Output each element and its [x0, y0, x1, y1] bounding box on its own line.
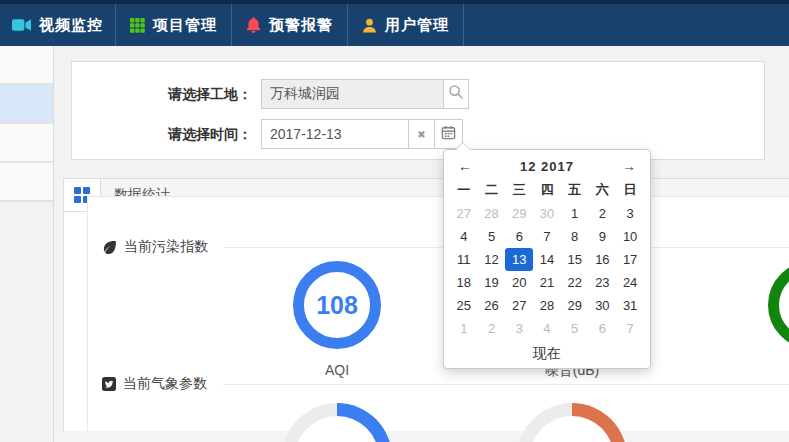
- datepicker-popup: ← 12 2017 → 一二三四五六日 27282930123456789101…: [443, 149, 651, 369]
- calendar-day[interactable]: 5: [561, 317, 589, 340]
- site-label: 请选择工地：: [72, 79, 252, 109]
- twitter-square-icon: [102, 377, 116, 391]
- weather-title: 当前气象参数: [123, 375, 207, 393]
- calendar-day[interactable]: 26: [478, 294, 506, 317]
- search-icon: [448, 84, 464, 104]
- calendar-day[interactable]: 6: [505, 225, 533, 248]
- sidebar-item-2[interactable]: [0, 85, 53, 124]
- calendar-day[interactable]: 7: [616, 317, 644, 340]
- calendar-day[interactable]: 28: [478, 202, 506, 225]
- calendar-day-selected[interactable]: 13: [505, 248, 533, 271]
- calendar-weekday: 五: [561, 178, 589, 202]
- calendar-weekday: 一: [450, 178, 478, 202]
- calendar-day[interactable]: 21: [533, 271, 561, 294]
- nav-item-video-monitoring[interactable]: 视频监控: [0, 4, 116, 46]
- nav-item-label: 预警报警: [269, 16, 333, 35]
- filter-panel: 请选择工地： 请选择时间： ✖: [71, 61, 765, 160]
- calendar-weekday: 六: [589, 178, 617, 202]
- leaf-icon: [102, 240, 117, 255]
- calendar-day[interactable]: 28: [533, 294, 561, 317]
- calendar-day[interactable]: 5: [478, 225, 506, 248]
- calendar-day[interactable]: 18: [450, 271, 478, 294]
- calendar-day[interactable]: 19: [478, 271, 506, 294]
- weather-gauge-1: [257, 403, 417, 442]
- calendar-day[interactable]: 10: [616, 225, 644, 248]
- calendar-day[interactable]: 27: [450, 202, 478, 225]
- calendar-day[interactable]: 23: [589, 271, 617, 294]
- nav-item-user-management[interactable]: 用户管理: [348, 4, 464, 46]
- calendar-day[interactable]: 24: [616, 271, 644, 294]
- grid-icon: [130, 18, 145, 33]
- gauge-aqi: 108AQI: [267, 261, 407, 378]
- calendar-day[interactable]: 16: [589, 248, 617, 271]
- calendar-day[interactable]: 27: [505, 294, 533, 317]
- next-section-edge: [54, 431, 789, 442]
- calendar-day[interactable]: 1: [561, 202, 589, 225]
- nav-item-label: 用户管理: [385, 16, 449, 35]
- datepicker-today-button[interactable]: 现在: [450, 340, 644, 366]
- sidebar-item-1[interactable]: [0, 46, 53, 85]
- calendar-day[interactable]: 2: [478, 317, 506, 340]
- gauges-box: 当前污染指数 108AQI噪音(dB)PM2.5 当前气象参数: [87, 196, 789, 442]
- calendar-day[interactable]: 3: [505, 317, 533, 340]
- calendar-day[interactable]: 11: [450, 248, 478, 271]
- app: 视频监控项目管理预警报警用户管理 请选择工地： 请选择时间： ✖: [0, 0, 789, 442]
- gauge-ring: 108: [293, 261, 381, 349]
- gauge-value: 108: [316, 291, 358, 320]
- pollution-title: 当前污染指数: [124, 238, 208, 256]
- nav-item-warning-alarm[interactable]: 预警报警: [232, 4, 348, 46]
- calendar-day[interactable]: 22: [561, 271, 589, 294]
- calendar-day[interactable]: 30: [533, 202, 561, 225]
- nav-item-project-management[interactable]: 项目管理: [116, 4, 232, 46]
- sidebar-item-4[interactable]: [0, 163, 53, 202]
- nav-item-label: 视频监控: [39, 16, 103, 35]
- calendar-day[interactable]: 31: [616, 294, 644, 317]
- calendar-day[interactable]: 17: [616, 248, 644, 271]
- calendar-day[interactable]: 25: [450, 294, 478, 317]
- sidebar-item-3[interactable]: [0, 124, 53, 163]
- calendar-day[interactable]: 15: [561, 248, 589, 271]
- bell-icon: [246, 17, 261, 33]
- calendar-day[interactable]: 29: [561, 294, 589, 317]
- calendar-day[interactable]: 20: [505, 271, 533, 294]
- calendar-day[interactable]: 12: [478, 248, 506, 271]
- calendar-icon: [441, 125, 456, 144]
- stats-section: 数据统计 当前污染指数 108AQI噪音(dB)PM2.5 当前气象参数: [63, 178, 789, 442]
- calendar-day[interactable]: 9: [589, 225, 617, 248]
- gauge-pm25: PM2.5: [742, 261, 789, 378]
- gauge-ring: [517, 403, 627, 442]
- calendar-weekday: 日: [616, 178, 644, 202]
- calendar-day[interactable]: 1: [450, 317, 478, 340]
- time-clear-button[interactable]: ✖: [408, 119, 435, 149]
- calendar-day[interactable]: 6: [589, 317, 617, 340]
- calendar-day[interactable]: 3: [616, 202, 644, 225]
- datepicker-title[interactable]: 12 2017: [488, 159, 606, 174]
- gauge-ring: [768, 261, 789, 349]
- site-search-button[interactable]: [443, 79, 469, 109]
- calendar-day[interactable]: 2: [589, 202, 617, 225]
- calendar-weekday: 二: [478, 178, 506, 202]
- calendar-weekday: 四: [533, 178, 561, 202]
- time-label: 请选择时间：: [72, 119, 252, 149]
- nav-item-label: 项目管理: [153, 16, 217, 35]
- calendar-day[interactable]: 14: [533, 248, 561, 271]
- calendar-day[interactable]: 4: [450, 225, 478, 248]
- calendar-day[interactable]: 29: [505, 202, 533, 225]
- clear-icon: ✖: [417, 129, 425, 140]
- calendar-table: 一二三四五六日 27282930123456789101112131415161…: [450, 178, 644, 340]
- weather-title-row: 当前气象参数: [88, 374, 789, 394]
- top-navbar: 视频监控项目管理预警报警用户管理: [0, 0, 789, 46]
- calendar-day[interactable]: 4: [533, 317, 561, 340]
- pollution-title-row: 当前污染指数: [88, 237, 789, 257]
- user-icon: [362, 18, 377, 33]
- sidebar: [0, 46, 54, 442]
- weather-gauge-2: [492, 403, 652, 442]
- time-input[interactable]: [261, 119, 409, 149]
- calendar-day[interactable]: 7: [533, 225, 561, 248]
- site-input[interactable]: [261, 79, 444, 109]
- datepicker-next-button[interactable]: →: [606, 158, 644, 174]
- calendar-day[interactable]: 8: [561, 225, 589, 248]
- gauge-ring: [282, 403, 392, 442]
- calendar-day[interactable]: 30: [589, 294, 617, 317]
- datepicker-prev-button[interactable]: ←: [450, 158, 488, 174]
